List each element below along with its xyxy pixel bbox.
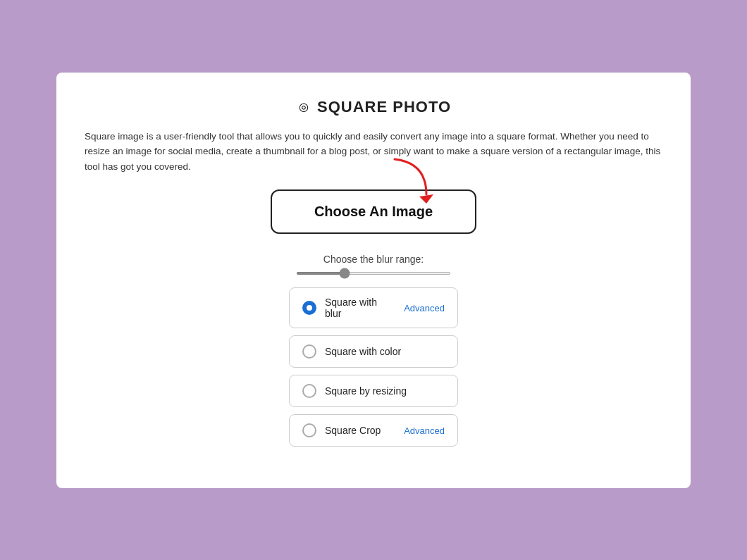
advanced-link-crop[interactable]: Advanced <box>404 425 445 436</box>
choose-btn-section: Choose An Image <box>85 189 662 234</box>
app-title-bar: ◎ SQUARE PHOTO <box>85 98 662 116</box>
slider-wrapper <box>296 272 451 275</box>
options-list: Square with blur Advanced Square with co… <box>85 287 662 447</box>
radio-blur[interactable] <box>302 301 316 315</box>
radio-color[interactable] <box>302 344 316 359</box>
option-color-label: Square with color <box>325 346 445 357</box>
choose-image-button[interactable]: Choose An Image <box>271 189 476 234</box>
arrow-annotation <box>388 156 444 205</box>
option-resize-label: Square by resizing <box>325 385 445 397</box>
option-crop-label: Square Crop <box>325 425 393 436</box>
svg-marker-0 <box>419 194 433 204</box>
radio-resize[interactable] <box>302 384 316 398</box>
option-blur-label: Square with blur <box>325 297 393 319</box>
radio-crop[interactable] <box>302 423 316 437</box>
option-color[interactable]: Square with color <box>289 335 458 368</box>
blur-range-section: Choose the blur range: <box>85 254 662 275</box>
option-crop[interactable]: Square Crop Advanced <box>289 414 458 447</box>
option-blur[interactable]: Square with blur Advanced <box>289 287 458 328</box>
app-logo-icon: ◎ <box>296 99 311 115</box>
app-title: SQUARE PHOTO <box>317 98 451 116</box>
blur-range-label: Choose the blur range: <box>323 254 424 265</box>
advanced-link-blur[interactable]: Advanced <box>404 303 445 313</box>
description-text: Square image is a user-friendly tool tha… <box>85 129 662 175</box>
red-arrow-icon <box>388 156 444 205</box>
main-card: ◎ SQUARE PHOTO Square image is a user-fr… <box>56 73 691 488</box>
blur-range-slider[interactable] <box>296 272 451 275</box>
option-resize[interactable]: Square by resizing <box>289 375 458 407</box>
